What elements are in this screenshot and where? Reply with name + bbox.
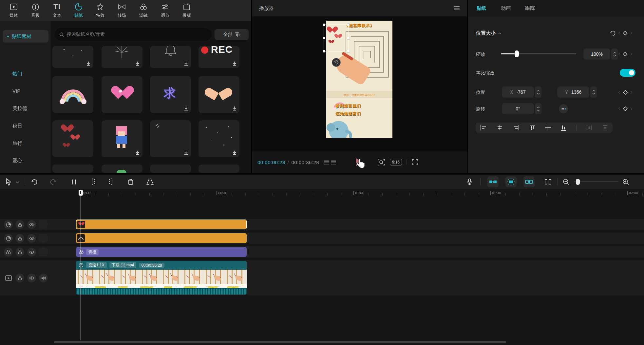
toolbar-item-audio[interactable]: 音频 <box>25 1 46 20</box>
magnetic-snap-button[interactable] <box>487 176 499 187</box>
rotation-value-field[interactable]: 0° <box>502 103 534 114</box>
zoom-out-icon[interactable] <box>563 179 569 185</box>
tab-animation[interactable]: 动画 <box>501 5 511 11</box>
sticker-clip-1[interactable] <box>76 220 247 229</box>
list-small-icon[interactable] <box>324 160 329 164</box>
sticker-cell-firework[interactable] <box>102 46 142 68</box>
download-icon[interactable] <box>135 61 140 66</box>
keyframe-next-icon[interactable] <box>630 52 633 56</box>
resize-handle-w[interactable] <box>323 37 325 39</box>
align-bottom-icon[interactable] <box>560 125 566 131</box>
toolbar-item-media[interactable]: 媒体 <box>3 1 24 20</box>
distribute-horizontal-icon[interactable] <box>586 125 592 131</box>
align-right-icon[interactable] <box>513 125 520 131</box>
sticker-cell-pixel-girl[interactable] <box>102 120 142 157</box>
collapse-icon[interactable] <box>498 32 501 34</box>
download-icon[interactable] <box>184 106 188 111</box>
position-x-field[interactable]: X-767 <box>502 86 534 98</box>
position-x-stepper[interactable] <box>535 86 541 98</box>
sticker-cell-bell[interactable] <box>150 46 191 68</box>
toolbar-item-text[interactable]: TI 文本 <box>47 1 67 20</box>
toolbar-item-template[interactable]: 模板 <box>176 1 197 20</box>
link-clips-button[interactable] <box>523 176 535 187</box>
sticker-cell-partial[interactable] <box>150 164 191 173</box>
stepper-up-icon[interactable] <box>592 90 595 92</box>
list-small-icon[interactable] <box>331 160 336 164</box>
speaker-icon[interactable] <box>39 274 48 282</box>
playhead-handle[interactable] <box>79 190 83 196</box>
resize-handle-se[interactable] <box>347 50 350 52</box>
download-icon[interactable] <box>86 61 91 66</box>
lock-icon[interactable] <box>15 234 24 243</box>
toolbar-item-sticker[interactable]: 贴纸 <box>68 1 89 20</box>
sidebar-item-travel[interactable]: 旅行 <box>12 140 22 146</box>
download-icon[interactable] <box>232 150 237 155</box>
position-y-stepper[interactable] <box>590 86 597 98</box>
timeline-zoom-slider[interactable] <box>574 182 618 182</box>
sidebar-group-sticker-material[interactable]: 贴纸素材 <box>3 30 48 43</box>
resize-handle-e[interactable] <box>347 37 350 39</box>
video-clip[interactable]: 变速1.1X 下载 (1).mp4 00:00:36:28 <box>76 261 247 295</box>
keyframe-prev-icon[interactable] <box>618 91 620 94</box>
align-horizontal-center-icon[interactable] <box>497 125 503 131</box>
stepper-up-icon[interactable] <box>537 90 540 92</box>
sidebar-item-love[interactable]: 爱心 <box>12 158 22 164</box>
mirror-flip-icon[interactable] <box>146 179 154 185</box>
resize-handle-sw[interactable] <box>323 50 325 52</box>
keyframe-diamond-icon[interactable] <box>622 106 628 112</box>
download-icon[interactable] <box>232 106 237 111</box>
redo-icon[interactable] <box>50 179 57 185</box>
lock-icon[interactable] <box>15 274 24 282</box>
sidebar-item-autumn[interactable]: 秋日 <box>12 123 22 129</box>
toolbar-item-transition[interactable]: 转场 <box>111 1 132 20</box>
scale-value-field[interactable]: 100% <box>583 48 610 60</box>
lock-icon[interactable] <box>15 220 24 229</box>
select-tool-icon[interactable] <box>5 178 12 186</box>
align-top-icon[interactable] <box>529 125 535 131</box>
sticker-cell-pinch-hands[interactable] <box>199 76 239 113</box>
download-icon[interactable] <box>135 150 140 155</box>
sticker-cell-glossy-heart[interactable] <box>102 76 142 113</box>
scale-slider-handle[interactable] <box>515 50 519 57</box>
tab-tracking[interactable]: 跟踪 <box>525 5 535 11</box>
preview-quality-icon[interactable] <box>377 158 385 166</box>
horizontal-scrollbar[interactable] <box>54 341 506 343</box>
stepper-up-icon[interactable] <box>613 52 616 54</box>
keyframe-prev-icon[interactable] <box>618 52 620 56</box>
sidebar-item-maillard[interactable]: 美拉德 <box>12 105 27 112</box>
fullscreen-icon[interactable] <box>411 159 419 166</box>
align-vertical-center-icon[interactable] <box>545 125 551 131</box>
split-icon[interactable] <box>71 178 77 185</box>
stepper-down-icon[interactable] <box>592 93 595 95</box>
auto-ripple-button[interactable] <box>505 176 517 187</box>
keyframe-diamond-icon[interactable] <box>622 89 628 95</box>
sticker-cell-sparkle-mark[interactable] <box>150 120 191 157</box>
sidebar-item-vip[interactable]: VIP <box>12 88 20 94</box>
undo-icon[interactable] <box>31 179 38 185</box>
resize-handle-nw[interactable] <box>323 24 325 26</box>
keyframe-prev-icon[interactable] <box>618 31 620 35</box>
split-keep-left-icon[interactable] <box>89 178 96 185</box>
sidebar-item-hot[interactable]: 热门 <box>12 71 22 77</box>
sticker-cell-qiu-text[interactable]: 求 <box>150 76 191 113</box>
select-tool-dropdown-icon[interactable] <box>16 181 19 183</box>
tab-sticker[interactable]: 贴纸 <box>477 5 486 11</box>
toolbar-item-effects[interactable]: 特效 <box>90 1 111 20</box>
sticker-cell-snow-dots[interactable] <box>199 120 239 157</box>
download-icon[interactable] <box>184 150 188 155</box>
sticker-filter-button[interactable]: 全部 <box>215 29 249 40</box>
sticker-cell-rainbow[interactable] <box>52 76 93 113</box>
rotation-stepper[interactable] <box>535 103 541 114</box>
timeline-zoom-handle[interactable] <box>576 179 580 185</box>
sticker-cell-partial[interactable] <box>199 164 239 173</box>
sticker-search-input[interactable]: 搜索贴纸名称/元素 <box>55 28 211 41</box>
keyframe-next-icon[interactable] <box>630 31 633 35</box>
rotate-handle[interactable] <box>332 58 341 67</box>
position-y-field[interactable]: Y1356 <box>557 86 589 98</box>
stepper-up-icon[interactable] <box>537 106 540 108</box>
eye-icon[interactable] <box>27 248 36 257</box>
eye-icon[interactable] <box>27 220 36 229</box>
zoom-in-icon[interactable] <box>622 179 629 185</box>
download-icon[interactable] <box>184 61 188 66</box>
keyframe-diamond-icon[interactable] <box>622 30 628 36</box>
